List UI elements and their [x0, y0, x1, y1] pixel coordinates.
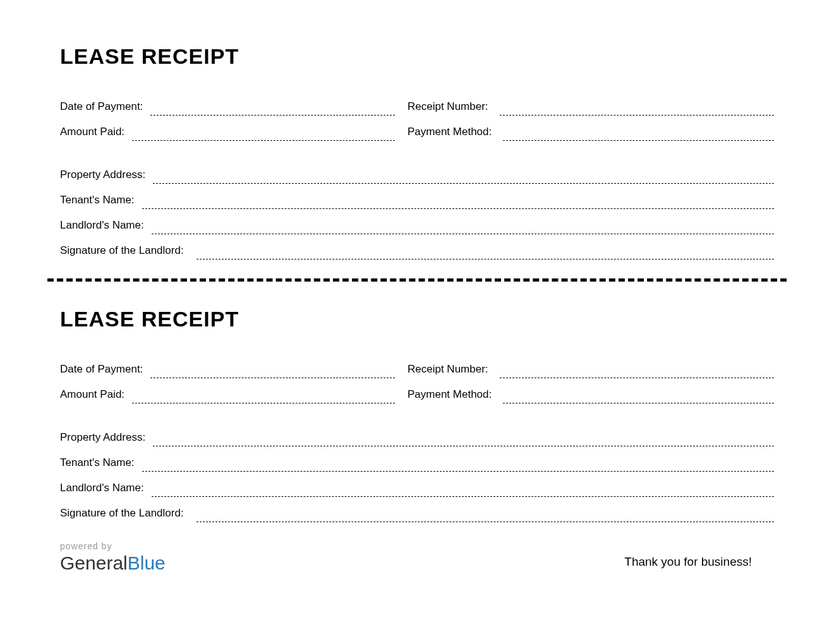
landlords-name-label: Landlord's Name:: [60, 482, 152, 497]
receipt-2: LEASE RECEIPT Date of Payment: Receipt N…: [60, 307, 774, 522]
receipt-number-field: Receipt Number:: [408, 363, 774, 378]
receipt-title: LEASE RECEIPT: [60, 44, 774, 69]
landlords-name-line[interactable]: [152, 220, 774, 234]
date-of-payment-line[interactable]: [150, 364, 395, 378]
date-of-payment-field: Date of Payment:: [60, 363, 395, 378]
property-address-field: Property Address:: [60, 431, 774, 446]
page-container: LEASE RECEIPT Date of Payment: Receipt N…: [0, 0, 834, 599]
signature-label: Signature of the Landlord:: [60, 507, 196, 522]
row-amount-method: Amount Paid: Payment Method:: [60, 388, 774, 403]
footer: powered by GeneralBlue Thank you for bus…: [60, 541, 774, 574]
tenants-name-label: Tenant's Name:: [60, 456, 142, 472]
generalblue-logo: GeneralBlue: [60, 552, 166, 574]
amount-paid-line[interactable]: [132, 390, 395, 403]
landlords-name-field: Landlord's Name:: [60, 482, 774, 497]
row-date-receipt: Date of Payment: Receipt Number:: [60, 363, 774, 378]
amount-paid-label: Amount Paid:: [60, 388, 132, 403]
date-of-payment-label: Date of Payment:: [60, 100, 150, 116]
payment-method-line[interactable]: [503, 390, 774, 403]
date-of-payment-line[interactable]: [150, 102, 395, 116]
signature-field: Signature of the Landlord:: [60, 507, 774, 522]
property-address-label: Property Address:: [60, 431, 153, 446]
amount-paid-field: Amount Paid:: [60, 126, 395, 141]
receipt-1: LEASE RECEIPT Date of Payment: Receipt N…: [60, 44, 774, 259]
logo-part-general: General: [60, 552, 128, 573]
row-amount-method: Amount Paid: Payment Method:: [60, 126, 774, 141]
landlords-name-line[interactable]: [152, 483, 774, 497]
amount-paid-label: Amount Paid:: [60, 126, 132, 141]
tenants-name-line[interactable]: [142, 458, 774, 472]
receipt-number-line[interactable]: [500, 102, 774, 116]
landlords-name-field: Landlord's Name:: [60, 219, 774, 234]
signature-field: Signature of the Landlord:: [60, 244, 774, 259]
payment-method-label: Payment Method:: [408, 388, 503, 403]
signature-line[interactable]: [196, 508, 774, 522]
signature-line[interactable]: [196, 246, 774, 259]
logo-block: powered by GeneralBlue: [60, 541, 166, 574]
section-gap: [60, 414, 774, 431]
property-address-label: Property Address:: [60, 169, 153, 184]
signature-label: Signature of the Landlord:: [60, 244, 196, 259]
tenants-name-label: Tenant's Name:: [60, 194, 142, 209]
property-address-field: Property Address:: [60, 169, 774, 184]
payment-method-label: Payment Method:: [408, 126, 503, 141]
tear-line-divider: [47, 278, 787, 282]
amount-paid-field: Amount Paid:: [60, 388, 395, 403]
property-address-line[interactable]: [153, 432, 774, 446]
tenants-name-field: Tenant's Name:: [60, 456, 774, 472]
payment-method-field: Payment Method:: [408, 126, 774, 141]
logo-part-blue: Blue: [128, 552, 166, 573]
tenants-name-field: Tenant's Name:: [60, 194, 774, 209]
landlords-name-label: Landlord's Name:: [60, 219, 152, 234]
receipt-number-line[interactable]: [500, 364, 774, 378]
thank-you-text: Thank you for business!: [624, 555, 774, 574]
receipt-number-label: Receipt Number:: [408, 100, 500, 116]
amount-paid-line[interactable]: [132, 127, 395, 141]
property-address-line[interactable]: [153, 170, 774, 184]
payment-method-field: Payment Method:: [408, 388, 774, 403]
row-date-receipt: Date of Payment: Receipt Number:: [60, 100, 774, 116]
receipt-title: LEASE RECEIPT: [60, 307, 774, 331]
receipt-number-label: Receipt Number:: [408, 363, 500, 378]
receipt-number-field: Receipt Number:: [408, 100, 774, 116]
tenants-name-line[interactable]: [142, 195, 774, 209]
date-of-payment-field: Date of Payment:: [60, 100, 395, 116]
section-gap: [60, 151, 774, 169]
powered-by-text: powered by: [60, 541, 166, 551]
payment-method-line[interactable]: [503, 127, 774, 141]
date-of-payment-label: Date of Payment:: [60, 363, 150, 378]
